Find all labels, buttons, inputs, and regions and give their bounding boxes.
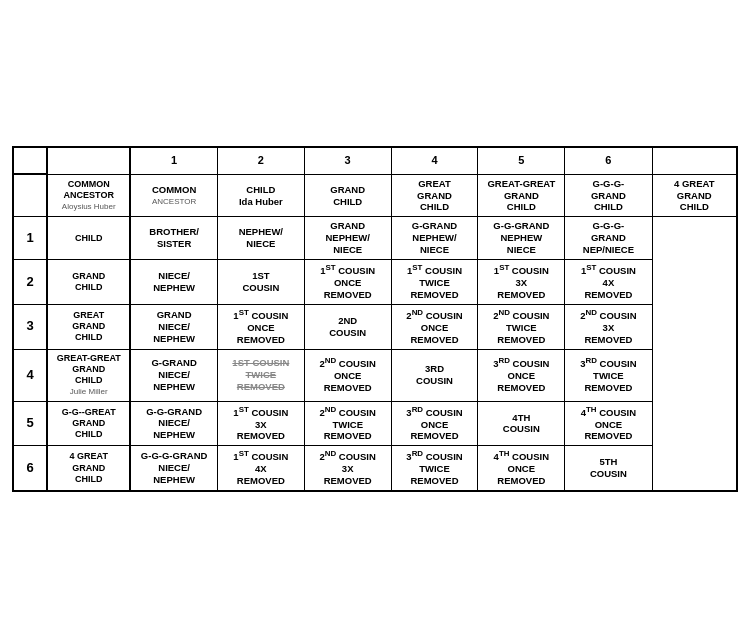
row-header-3: 3 [13,304,47,349]
cell-r3-c5: 2ND COUSIN3XREMOVED [565,304,652,349]
row-label-4: GREAT-GREATGRANDCHILDJulie Miller [47,349,130,401]
cell-r6-c0: G-G-G-GRANDNIECE/NEPHEW [130,446,217,491]
col-header-4: 4 [391,147,478,174]
cell-r2-c3: 1ST COUSINTWICEREMOVED [391,259,478,304]
cell-r1-c2: GRANDNEPHEW/NIECE [304,217,391,260]
cell-r1-c3: G-GRANDNEPHEW/NIECE [391,217,478,260]
cell-r5-c5: 4TH COUSINONCEREMOVED [565,401,652,446]
cell-r6-c4: 4TH COUSINONCEREMOVED [478,446,565,491]
cell-r2-c5: 1ST COUSIN4XREMOVED [565,259,652,304]
ancestor-cell: COMMONANCESTORAloysius Huber [47,174,130,217]
row-header-6: 6 [13,446,47,491]
row-header-1: 1 [13,217,47,260]
cell-r4-c3: 3RDCOUSIN [391,349,478,401]
cell-r2-c0: NIECE/NEPHEW [130,259,217,304]
cell-r2-c1: 1STCOUSIN [217,259,304,304]
cell-r0-c4: GREAT-GREATGRANDCHILD [478,174,565,217]
col-header-1: 1 [130,147,217,174]
cell-r4-c0: G-GRANDNIECE/NEPHEW [130,349,217,401]
cell-r6-c1: 1ST COUSIN4XREMOVED [217,446,304,491]
row-header-0 [13,174,47,217]
cell-r3-c3: 2ND COUSINONCEREMOVED [391,304,478,349]
cell-r1-c1: NEPHEW/NIECE [217,217,304,260]
cell-r4-c4: 3RD COUSINONCEREMOVED [478,349,565,401]
col-header-2: 2 [217,147,304,174]
cell-r3-c0: GRANDNIECE/NEPHEW [130,304,217,349]
row-label-6: 4 GREATGRANDCHILD [47,446,130,491]
cell-r5-c4: 4THCOUSIN [478,401,565,446]
cell-r4-c2: 2ND COUSINONCEREMOVED [304,349,391,401]
row-label-2: GRANDCHILD [47,259,130,304]
cell-r2-c4: 1ST COUSIN3XREMOVED [478,259,565,304]
cell-r0-c1: CHILDIda Huber [217,174,304,217]
col-header-5: 5 [478,147,565,174]
row-label-5: G-G--GREATGRANDCHILD [47,401,130,446]
cell-r3-c2: 2NDCOUSIN [304,304,391,349]
cell-r6-c5: 5THCOUSIN [565,446,652,491]
cell-r5-c0: G-G-GRANDNIECE/NEPHEW [130,401,217,446]
cell-r0-c0: COMMONANCESTOR [130,174,217,217]
cell-r0-c3: GREATGRANDCHILD [391,174,478,217]
cell-r5-c1: 1ST COUSIN3XREMOVED [217,401,304,446]
cell-r6-c2: 2ND COUSIN3XREMOVED [304,446,391,491]
cell-r1-c4: G-G-GRANDNEPHEWNIECE [478,217,565,260]
col-header-6: 6 [565,147,652,174]
cell-r2-c2: 1ST COUSINONCEREMOVED [304,259,391,304]
cell-r4-c5: 3RD COUSINTWICEREMOVED [565,349,652,401]
row-label-3: GREATGRANDCHILD [47,304,130,349]
cell-r6-c3: 3RD COUSINTWICEREMOVED [391,446,478,491]
col-header-3: 3 [304,147,391,174]
cell-r0-c6: 4 GREATGRANDCHILD [652,174,737,217]
relationship-chart: 123456COMMONANCESTORAloysius HuberCOMMON… [12,146,738,492]
cell-r5-c2: 2ND COUSINTWICEREMOVED [304,401,391,446]
row-header-2: 2 [13,259,47,304]
cell-r1-c5: G-G-G-GRANDNEP/NIECE [565,217,652,260]
cell-r0-c2: GRANDCHILD [304,174,391,217]
row-label-1: CHILD [47,217,130,260]
cell-r1-c0: BROTHER/SISTER [130,217,217,260]
cell-r4-c1: 1ST COUSINTWICEREMOVED [217,349,304,401]
row-header-5: 5 [13,401,47,446]
cell-r3-c1: 1ST COUSINONCEREMOVED [217,304,304,349]
cell-r0-c5: G-G-G-GRANDCHILD [565,174,652,217]
cell-r3-c4: 2ND COUSINTWICEREMOVED [478,304,565,349]
row-header-4: 4 [13,349,47,401]
cell-r5-c3: 3RD COUSINONCEREMOVED [391,401,478,446]
